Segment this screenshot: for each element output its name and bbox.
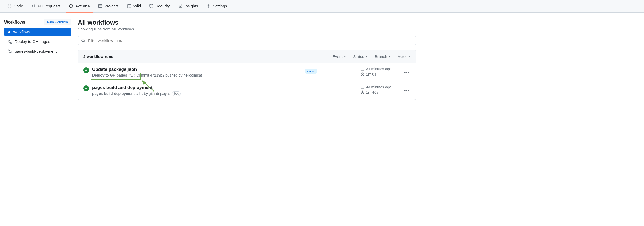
filter-status[interactable]: Status▼ [353, 54, 368, 59]
svg-rect-11 [361, 68, 364, 70]
new-workflow-button[interactable]: New workflow [44, 19, 71, 25]
nav-security[interactable]: Security [146, 0, 173, 13]
filter-input[interactable] [88, 38, 413, 43]
nav-label: Security [155, 4, 170, 8]
caret-down-icon: ▼ [388, 55, 391, 58]
svg-point-0 [32, 4, 33, 5]
svg-point-1 [32, 7, 33, 8]
branch-chip[interactable]: main [305, 69, 317, 74]
workflows-sidebar: Workflows New workflow All workflows Dep… [4, 19, 71, 100]
svg-rect-7 [11, 42, 12, 43]
nav-label: Projects [105, 4, 119, 8]
svg-rect-9 [11, 52, 12, 53]
svg-rect-8 [8, 50, 10, 51]
play-icon [69, 4, 73, 8]
main-content: All workflows Showing runs from all work… [78, 19, 416, 100]
run-title: pages build and deployment [92, 85, 302, 90]
run-duration: 1m 0s [366, 72, 376, 76]
repo-nav: Code Pull requests Actions Projects Wiki… [0, 0, 644, 13]
nav-label: Wiki [133, 4, 141, 8]
nav-pull-requests[interactable]: Pull requests [28, 0, 64, 13]
sidebar-item-deploy-gh-pages[interactable]: Deploy to GH pages [4, 37, 71, 46]
svg-rect-13 [361, 86, 364, 88]
workflow-icon [8, 40, 12, 44]
git-pull-request-icon [32, 4, 36, 8]
svg-rect-4 [98, 4, 102, 7]
gear-icon [206, 4, 211, 8]
workflow-run-row[interactable]: pages build and deployment pages-build-d… [78, 81, 416, 100]
svg-rect-6 [8, 40, 10, 41]
caret-down-icon: ▼ [365, 55, 368, 58]
sidebar-item-pages-build-deployment[interactable]: pages-build-deployment [4, 47, 71, 56]
bot-badge: bot [172, 91, 181, 96]
run-duration: 1m 40s [366, 90, 378, 94]
svg-point-10 [82, 39, 84, 42]
sidebar-item-label: Deploy to GH pages [15, 39, 50, 44]
filter-workflow-runs[interactable] [78, 36, 416, 45]
nav-label: Settings [213, 4, 227, 8]
nav-projects[interactable]: Projects [95, 0, 122, 13]
runs-count: 2 workflow runs [83, 54, 113, 59]
nav-label: Code [14, 4, 23, 8]
search-icon [81, 39, 85, 43]
workflow-run-row[interactable]: Update package.json Deploy to GH pages #… [78, 63, 416, 81]
page-subtitle: Showing runs from all workflows [78, 27, 416, 31]
sidebar-item-all-workflows[interactable]: All workflows [4, 28, 71, 36]
run-age: 44 minutes ago [366, 85, 391, 89]
code-icon [7, 4, 12, 8]
filter-branch[interactable]: Branch▼ [375, 54, 391, 59]
nav-wiki[interactable]: Wiki [124, 0, 144, 13]
stopwatch-icon [361, 90, 365, 94]
page-title: All workflows [78, 19, 416, 26]
run-actions-menu[interactable]: ••• [404, 88, 410, 94]
calendar-icon [361, 85, 365, 89]
shield-icon [149, 4, 153, 8]
svg-point-2 [34, 7, 35, 8]
sidebar-item-label: pages-build-deployment [15, 49, 57, 53]
caret-down-icon: ▼ [344, 55, 346, 58]
calendar-icon [361, 67, 365, 71]
run-detail: : Commit 47219b2 pushed by hellooimkat [134, 73, 202, 77]
status-success-icon [83, 67, 89, 73]
run-title: Update package.json [92, 67, 302, 72]
run-number: #1 [129, 73, 133, 77]
run-workflow-name: pages-build-deployment [92, 92, 135, 96]
svg-point-5 [208, 5, 209, 6]
stopwatch-icon [361, 72, 365, 76]
run-age: 31 minutes ago [366, 67, 391, 71]
graph-icon [178, 4, 182, 8]
caret-down-icon: ▼ [408, 55, 411, 58]
run-actions-menu[interactable]: ••• [404, 70, 410, 76]
sidebar-item-label: All workflows [8, 30, 31, 34]
nav-label: Pull requests [38, 4, 61, 8]
nav-actions[interactable]: Actions [66, 0, 93, 13]
run-workflow-name: Deploy to GH pages [92, 73, 127, 77]
nav-label: Insights [184, 4, 198, 8]
filter-actor[interactable]: Actor▼ [398, 54, 411, 59]
nav-label: Actions [75, 4, 90, 8]
sidebar-title: Workflows [4, 20, 25, 25]
status-success-icon [83, 85, 89, 91]
nav-insights[interactable]: Insights [175, 0, 201, 13]
run-number: #1 [136, 92, 141, 96]
nav-settings[interactable]: Settings [203, 0, 230, 13]
book-icon [127, 4, 131, 8]
table-icon [98, 4, 102, 8]
workflow-runs-table: 2 workflow runs Event▼ Status▼ Branch▼ A… [78, 50, 416, 100]
workflow-icon [8, 49, 12, 53]
run-detail: : by github-pages [142, 92, 170, 96]
nav-code[interactable]: Code [4, 0, 26, 13]
filter-event[interactable]: Event▼ [333, 54, 346, 59]
